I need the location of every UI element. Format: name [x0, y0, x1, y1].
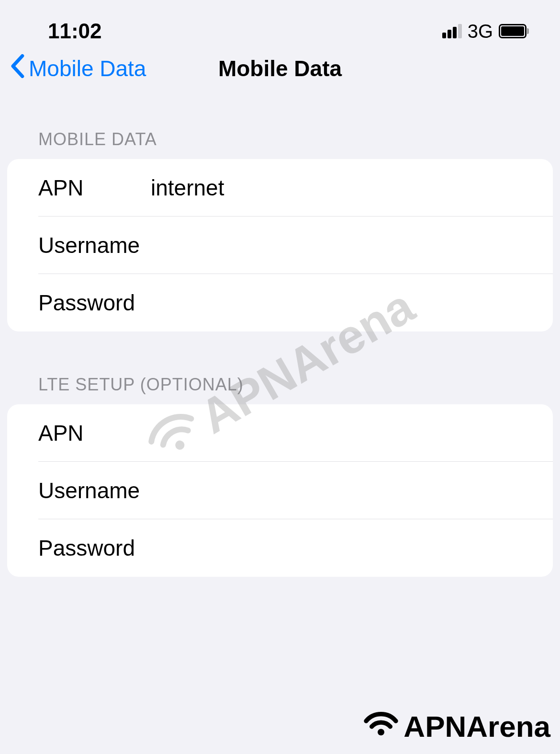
chevron-left-icon: [10, 54, 25, 82]
lte-setup-section-header: LTE SETUP (OPTIONAL): [7, 375, 553, 404]
password-row[interactable]: Password: [7, 274, 553, 331]
watermark-bottom-text: APNArena: [403, 709, 550, 743]
battery-icon: [499, 24, 529, 38]
wifi-icon: [362, 708, 400, 744]
username-row[interactable]: Username: [7, 217, 553, 274]
username-label: Username: [38, 232, 151, 258]
back-label: Mobile Data: [29, 56, 146, 81]
content-area: MOBILE DATA APN Username Password LTE SE…: [0, 101, 560, 577]
password-input[interactable]: [151, 290, 538, 316]
username-input[interactable]: [151, 232, 538, 258]
network-type-label: 3G: [468, 21, 493, 42]
lte-apn-label: APN: [38, 420, 151, 446]
watermark-bottom: APNArena: [362, 708, 550, 744]
status-time: 11:02: [48, 19, 102, 43]
apn-input[interactable]: [151, 175, 538, 201]
lte-username-row[interactable]: Username: [7, 462, 553, 519]
page-title: Mobile Data: [218, 56, 342, 81]
lte-setup-settings-group: APN Username Password: [7, 404, 553, 577]
lte-apn-input[interactable]: [151, 420, 538, 446]
status-right-icons: 3G: [442, 21, 529, 42]
svg-point-1: [378, 729, 384, 735]
lte-username-input[interactable]: [151, 478, 538, 503]
back-button[interactable]: Mobile Data: [10, 54, 146, 82]
apn-label: APN: [38, 175, 151, 201]
mobile-data-settings-group: APN Username Password: [7, 159, 553, 331]
navigation-bar: Mobile Data Mobile Data: [0, 53, 560, 101]
apn-row[interactable]: APN: [7, 159, 553, 217]
lte-apn-row[interactable]: APN: [7, 404, 553, 462]
lte-password-input[interactable]: [151, 535, 538, 561]
password-label: Password: [38, 290, 151, 316]
lte-username-label: Username: [38, 478, 151, 503]
status-bar: 11:02 3G: [0, 0, 560, 53]
lte-password-row[interactable]: Password: [7, 519, 553, 577]
mobile-data-section-header: MOBILE DATA: [7, 129, 553, 159]
signal-icon: [442, 24, 462, 38]
lte-password-label: Password: [38, 535, 151, 561]
